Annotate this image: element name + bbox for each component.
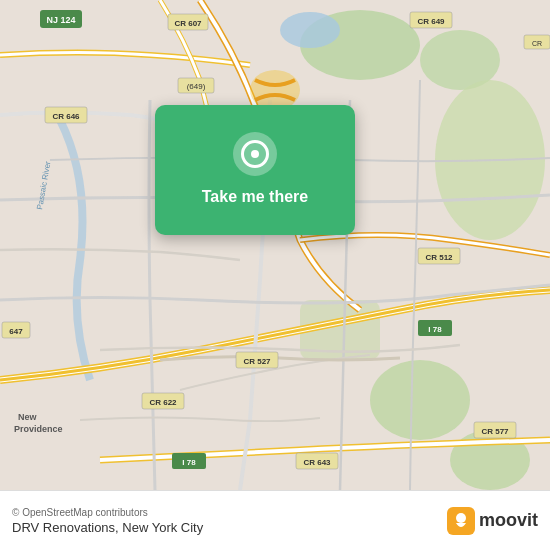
action-card[interactable]: Take me there: [155, 105, 355, 235]
svg-text:CR 646: CR 646: [52, 112, 80, 121]
svg-text:I 78: I 78: [428, 325, 442, 334]
svg-text:CR: CR: [532, 40, 542, 47]
svg-text:CR 622: CR 622: [149, 398, 177, 407]
moovit-icon: [447, 507, 475, 535]
svg-text:CR 607: CR 607: [174, 19, 202, 28]
svg-point-8: [250, 70, 300, 110]
moovit-text: moovit: [479, 510, 538, 531]
svg-point-4: [370, 360, 470, 440]
moovit-logo: moovit: [447, 507, 538, 535]
svg-text:(649): (649): [187, 82, 206, 91]
svg-text:CR 649: CR 649: [417, 17, 445, 26]
svg-text:CR 512: CR 512: [425, 253, 453, 262]
location-label: DRV Renovations, New York City: [12, 520, 203, 535]
svg-text:CR 577: CR 577: [481, 427, 509, 436]
svg-text:CR 643: CR 643: [303, 458, 331, 467]
take-me-there-button[interactable]: Take me there: [194, 186, 316, 208]
bottom-left: © OpenStreetMap contributors DRV Renovat…: [12, 507, 203, 535]
svg-text:NJ 124: NJ 124: [46, 15, 75, 25]
svg-text:CR 527: CR 527: [243, 357, 271, 366]
osm-attribution: © OpenStreetMap contributors: [12, 507, 203, 518]
bottom-bar: © OpenStreetMap contributors DRV Renovat…: [0, 490, 550, 550]
map-view: NJ 124 CR 607 CR 649 CR 646 (649) Passai…: [0, 0, 550, 490]
svg-text:647: 647: [9, 327, 23, 336]
svg-text:New: New: [18, 412, 38, 422]
svg-point-41: [456, 513, 466, 523]
location-pin-icon: [233, 132, 277, 176]
svg-text:Providence: Providence: [14, 424, 63, 434]
svg-point-7: [280, 12, 340, 48]
svg-text:I 78: I 78: [182, 458, 196, 467]
